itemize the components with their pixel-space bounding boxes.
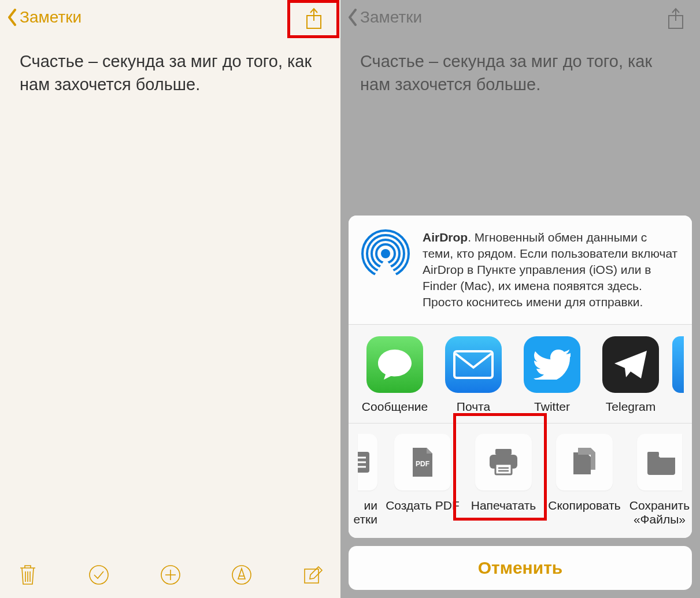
bottom-toolbar	[0, 558, 340, 598]
note-content-dimmed: Счастье – секунда за миг до того, как на…	[340, 35, 700, 111]
share-action-print[interactable]: Напечатать	[463, 434, 544, 526]
nav-bar-right-dimmed: Заметки	[340, 0, 700, 35]
share-panel: AirDrop. Мгновенный обмен данными с теми…	[349, 216, 692, 538]
action-label: Создать PDF	[386, 499, 460, 512]
compose-icon	[302, 564, 323, 585]
share-action-copy[interactable]: Скопировать	[544, 434, 625, 526]
back-label-dimmed: Заметки	[360, 8, 422, 27]
action-label: Скопировать	[548, 499, 620, 512]
share-icon	[666, 7, 685, 30]
notes-pane-left: Заметки Счастье – секунда за миг до того…	[0, 0, 340, 598]
airdrop-section[interactable]: AirDrop. Мгновенный обмен данными с теми…	[349, 216, 692, 324]
action-label: Сохранить«Файлы»	[629, 499, 690, 526]
copy-icon	[556, 434, 613, 491]
app-label: Почта	[457, 400, 490, 414]
markup-button[interactable]	[229, 562, 254, 588]
app-label: Telegram	[606, 400, 655, 414]
share-action-create-pdf[interactable]: PDF Создать PDF	[382, 434, 463, 526]
svg-rect-17	[454, 351, 492, 378]
back-button[interactable]: Заметки	[7, 8, 82, 27]
pdf-icon: PDF	[394, 434, 451, 491]
share-actions-row[interactable]: ииетки PDF Создать PDF Напечатать	[349, 424, 692, 538]
trash-icon	[18, 563, 38, 586]
note-content[interactable]: Счастье – секунда за миг до того, как на…	[0, 35, 340, 111]
notes-pane-right: Заметки Счастье – секунда за миг до того…	[340, 0, 700, 598]
cancel-label: Отменить	[478, 558, 563, 578]
plus-circle-icon	[160, 564, 182, 586]
share-apps-row[interactable]: Сообщение Почта Twitter	[349, 325, 692, 423]
folder-icon	[637, 434, 682, 491]
share-app-mail[interactable]: Почта	[434, 336, 513, 414]
telegram-icon	[602, 336, 659, 393]
chevron-left-icon	[7, 9, 17, 26]
svg-marker-16	[373, 258, 398, 278]
share-button[interactable]	[300, 5, 328, 32]
share-app-messages[interactable]: Сообщение	[355, 336, 434, 414]
back-label: Заметки	[20, 8, 82, 27]
share-icon	[305, 7, 323, 30]
twitter-icon	[524, 336, 580, 393]
share-app-telegram[interactable]: Telegram	[591, 336, 670, 414]
app-label: Сообщение	[362, 400, 428, 414]
action-icon-partial	[358, 434, 377, 491]
action-label: Напечатать	[471, 499, 536, 512]
share-sheet: AirDrop. Мгновенный обмен данными с теми…	[349, 216, 692, 590]
compose-button[interactable]	[300, 562, 325, 588]
svg-rect-23	[495, 449, 512, 455]
checklist-button[interactable]	[86, 562, 112, 588]
chevron-left-icon	[347, 9, 358, 26]
back-button-dimmed: Заметки	[347, 8, 422, 27]
share-button-dimmed	[662, 5, 690, 32]
svg-rect-28	[647, 452, 659, 456]
airdrop-icon	[361, 229, 410, 278]
cancel-button[interactable]: Отменить	[349, 546, 692, 590]
add-button[interactable]	[158, 562, 183, 588]
airdrop-description: AirDrop. Мгновенный обмен данными с теми…	[423, 229, 679, 310]
svg-point-11	[381, 249, 390, 258]
share-action-truncated-left[interactable]: ииетки	[349, 434, 382, 526]
svg-point-2	[90, 566, 108, 584]
markup-icon	[231, 564, 253, 586]
delete-button[interactable]	[15, 562, 40, 588]
printer-icon	[475, 434, 532, 491]
share-action-save-to-files[interactable]: Сохранить«Файлы»	[625, 434, 692, 526]
svg-text:PDF: PDF	[416, 460, 429, 468]
messages-icon	[366, 336, 423, 393]
app-label: Twitter	[534, 400, 570, 414]
nav-bar-left: Заметки	[0, 0, 340, 35]
svg-rect-25	[495, 464, 512, 474]
share-app-more[interactable]	[670, 336, 686, 414]
mail-icon	[445, 336, 502, 393]
check-circle-icon	[88, 564, 110, 586]
app-icon-peek	[672, 336, 684, 393]
share-app-twitter[interactable]: Twitter	[513, 336, 591, 414]
action-label: ииетки	[353, 499, 377, 526]
